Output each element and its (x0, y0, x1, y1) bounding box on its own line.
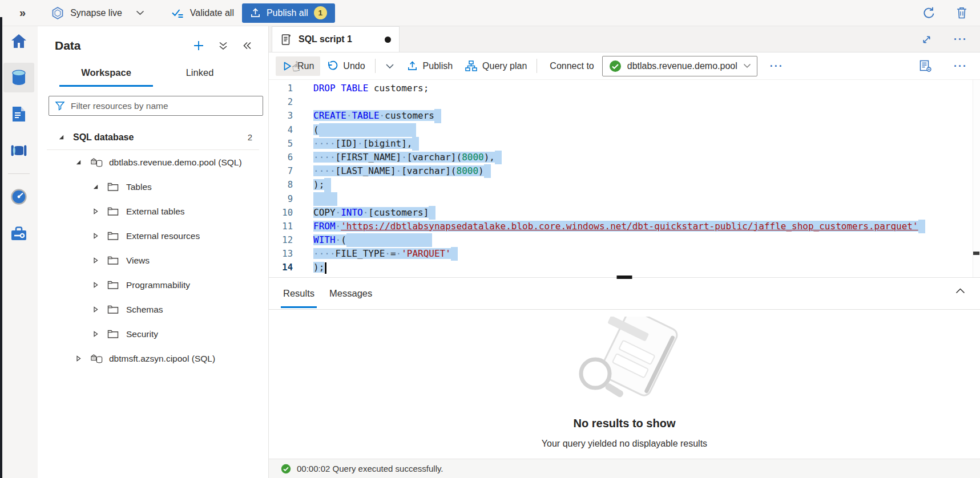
expand-arrow-icon[interactable] (92, 331, 99, 337)
line-number: 6 (269, 151, 299, 164)
undo-button[interactable]: Undo (320, 56, 371, 76)
pane-resize-grip[interactable] (617, 276, 632, 279)
pending-changes-badge: 1 (314, 6, 327, 19)
chevron-down-icon (743, 63, 751, 68)
code-line-7[interactable]: 7····[LAST_NAME]·[varchar](8000) (269, 164, 980, 178)
collapse-results-chevron-icon[interactable] (955, 288, 965, 294)
tab-workspace[interactable]: Workspace (59, 62, 153, 87)
tree-item-label: dbtlabs.revenue.demo.pool (SQL) (109, 157, 242, 168)
query-status-text: 00:00:02 Query executed successfully. (297, 464, 443, 473)
publish-upload-icon (407, 60, 418, 71)
expand-arrow-icon[interactable] (92, 233, 99, 239)
validate-all-button[interactable]: Validate all (171, 7, 234, 19)
nav-data-button[interactable] (3, 63, 34, 92)
commands-dropdown-button[interactable] (379, 59, 401, 74)
collapse-arrow-icon[interactable] (58, 134, 64, 140)
tree-item-programmability[interactable]: Programmability (38, 273, 268, 297)
discard-all-trash-icon[interactable] (956, 6, 967, 19)
empty-results-subtitle: Your query yielded no displayable result… (542, 439, 707, 449)
tab-results[interactable]: Results (276, 279, 322, 307)
code-line-2[interactable]: 2 (269, 95, 980, 109)
sql-pool-icon (90, 353, 103, 364)
code-line-14[interactable]: 14); (269, 261, 980, 274)
results-empty-state: No results to show Your query yielded no… (269, 310, 980, 459)
code-line-10[interactable]: 10COPY·INTO·[customers] (269, 206, 980, 220)
expand-editor-icon[interactable] (921, 34, 932, 45)
tree-item-label: Views (126, 256, 150, 266)
tree-item-tables[interactable]: Tables (38, 175, 268, 199)
nav-develop-button[interactable] (3, 99, 34, 129)
synapse-logo-icon (51, 6, 64, 20)
expand-arrow-icon[interactable] (92, 306, 99, 313)
tree-item-external-tables[interactable]: External tables (38, 199, 268, 224)
expand-arrow-icon[interactable] (92, 257, 99, 264)
toolbar-more-actions-icon[interactable]: ··· (770, 61, 784, 71)
toolbox-icon (10, 226, 27, 241)
editor-scrollbar[interactable] (973, 80, 980, 277)
home-icon (10, 33, 27, 49)
expand-arrow-icon[interactable] (92, 282, 99, 288)
sql-script-icon (280, 34, 292, 46)
refresh-icon[interactable] (922, 6, 935, 19)
folder-icon (107, 329, 120, 339)
collapse-panel-icon[interactable] (242, 41, 252, 50)
collapse-all-icon[interactable] (218, 41, 228, 51)
nav-integrate-button[interactable] (3, 136, 34, 165)
publish-button[interactable]: Publish (401, 56, 459, 76)
filter-funnel-icon (55, 101, 65, 111)
line-number: 7 (269, 164, 299, 178)
code-line-13[interactable]: 13····FILE_TYPE·=·'PARQUET' (269, 247, 980, 261)
code-line-8[interactable]: 8); (269, 178, 980, 192)
chevron-down-icon (385, 63, 394, 69)
expand-arrow-icon[interactable] (92, 208, 99, 214)
tab-more-actions-icon[interactable]: ··· (954, 34, 967, 44)
view-settings-icon[interactable] (919, 59, 932, 72)
editor-more-actions-icon[interactable]: ··· (954, 61, 967, 71)
tree-item-external-resources[interactable]: External resources (38, 224, 268, 248)
tree-item-security[interactable]: Security (38, 322, 268, 346)
tree-item-label: External resources (126, 231, 200, 241)
nav-home-button[interactable] (3, 26, 34, 56)
connect-to-pool-dropdown[interactable]: dbtlabs.revenue.demo.pool (602, 56, 757, 76)
code-line-12[interactable]: 12WITH·( (269, 233, 980, 247)
collapse-arrow-icon[interactable] (75, 159, 82, 165)
tree-item-label: Schemas (126, 305, 163, 315)
filter-resources-box (49, 96, 263, 116)
tab-linked[interactable]: Linked (153, 62, 247, 87)
collapse-arrow-icon[interactable] (92, 184, 99, 190)
code-line-4[interactable]: 4( (269, 123, 980, 137)
line-number: 1 (269, 82, 299, 95)
code-line-1[interactable]: 1DROP TABLE customers; (269, 82, 980, 95)
tab-sql-script-1[interactable]: SQL script 1 (272, 26, 400, 52)
chevron-down-icon[interactable] (136, 10, 144, 15)
left-nav-rail (0, 26, 38, 478)
code-line-5[interactable]: 5····[ID]·[bigint], (269, 137, 980, 151)
sql-code-editor[interactable]: 1DROP TABLE customers;23CREATE·TABLE·cus… (269, 80, 980, 278)
editor-toolbar: Run Undo Pub (269, 52, 980, 80)
tab-messages[interactable]: Messages (322, 279, 380, 307)
synapse-studio-window: » Synapse live Validate all Publish all … (0, 0, 980, 478)
nav-manage-button[interactable] (3, 218, 34, 248)
nav-monitor-button[interactable] (3, 182, 34, 212)
code-line-6[interactable]: 6····[FIRST_NAME]·[varchar](8000), (269, 151, 980, 164)
expand-panel-icon[interactable]: » (19, 6, 26, 19)
publish-all-label: Publish all (267, 8, 308, 18)
panel-title: Data (55, 39, 81, 52)
publish-all-button[interactable]: Publish all 1 (242, 3, 335, 23)
data-panel-tabs: Workspace Linked (38, 62, 268, 87)
filter-resources-input[interactable] (71, 101, 257, 111)
text-cursor (325, 262, 326, 274)
code-line-3[interactable]: 3CREATE·TABLE·customers (269, 109, 980, 123)
add-resource-icon[interactable] (193, 40, 204, 51)
tree-item-dbtmsft-azsyn-cipool-sql[interactable]: dbtmsft.azsyn.cipool (SQL) (38, 346, 268, 371)
code-line-11[interactable]: 11FROM·'https://dbtlabsynapsedatalake.bl… (269, 220, 980, 233)
main-work-area: SQL script 1 ··· Run (269, 26, 980, 478)
expand-arrow-icon[interactable] (75, 355, 82, 362)
tree-item-views[interactable]: Views (38, 248, 268, 273)
tree-item-sql-database[interactable]: SQL database2 (38, 125, 268, 149)
query-plan-button[interactable]: Query plan (459, 56, 533, 76)
tree-item-schemas[interactable]: Schemas (38, 297, 268, 322)
code-line-9[interactable]: 9 (269, 192, 980, 206)
mode-selector[interactable]: Synapse live (51, 6, 144, 20)
tree-item-dbtlabs-revenue-demo-pool-sql[interactable]: dbtlabs.revenue.demo.pool (SQL) (38, 150, 268, 175)
